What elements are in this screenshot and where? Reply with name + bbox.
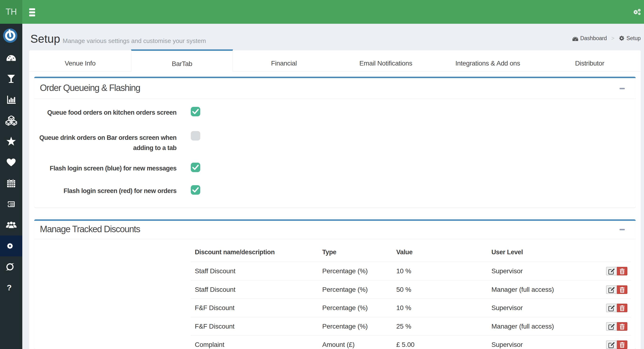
svg-text:?: ? [7, 283, 12, 292]
